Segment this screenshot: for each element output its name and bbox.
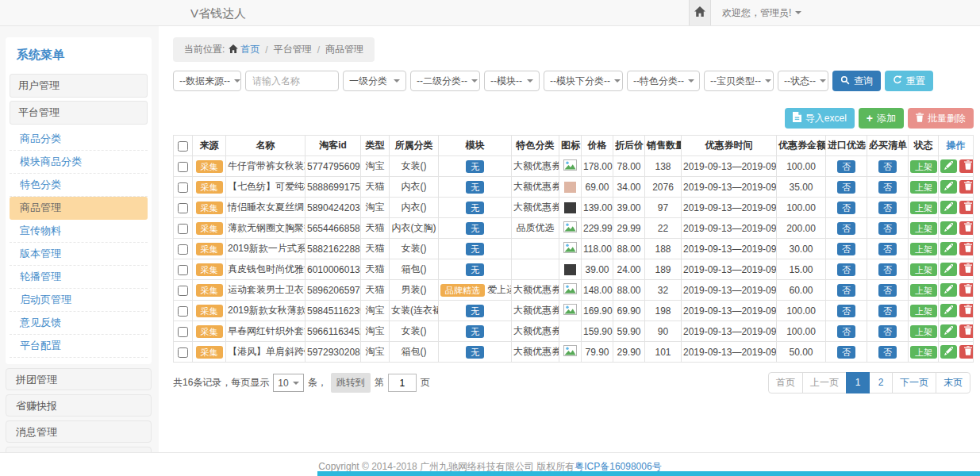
edit-button[interactable] xyxy=(940,242,957,255)
row-checkbox[interactable] xyxy=(178,244,188,255)
add-button[interactable]: + 添加 xyxy=(859,108,904,129)
name-search-input[interactable] xyxy=(245,71,339,91)
status-badge[interactable]: 上架 xyxy=(910,222,937,235)
per-page-select[interactable]: 10 xyxy=(273,374,303,392)
imported-toggle-badge[interactable]: 否 xyxy=(837,305,855,317)
page-button-2[interactable]: 2 xyxy=(869,372,893,393)
imported-toggle-badge[interactable]: 否 xyxy=(837,160,855,173)
icp-link[interactable]: 粤ICP备16098006号 xyxy=(575,461,661,472)
status-badge[interactable]: 上架 xyxy=(910,243,937,255)
delete-button[interactable] xyxy=(959,221,974,235)
filter-select[interactable]: --模块-- xyxy=(484,71,540,91)
delete-button[interactable] xyxy=(959,304,974,317)
filter-select[interactable]: --数据来源-- xyxy=(173,71,241,91)
must-buy-toggle-badge[interactable]: 否 xyxy=(878,181,897,194)
status-badge[interactable]: 上架 xyxy=(910,263,937,276)
row-checkbox[interactable] xyxy=(178,162,188,172)
status-badge[interactable]: 上架 xyxy=(910,202,937,214)
delete-button[interactable] xyxy=(959,242,974,255)
sidebar-item-sub[interactable]: 版本管理 xyxy=(10,243,148,266)
delete-button[interactable] xyxy=(959,263,974,276)
sidebar-section-item[interactable]: 省赚快报 xyxy=(6,394,152,416)
imported-toggle-badge[interactable]: 否 xyxy=(837,263,855,276)
import-excel-button[interactable]: 导入excel xyxy=(785,108,855,129)
row-checkbox[interactable] xyxy=(178,265,188,275)
imported-toggle-badge[interactable]: 否 xyxy=(837,181,855,194)
status-badge[interactable]: 上架 xyxy=(910,325,937,338)
row-checkbox[interactable] xyxy=(178,347,188,358)
delete-button[interactable] xyxy=(959,159,974,173)
imported-toggle-badge[interactable]: 否 xyxy=(837,243,855,255)
status-badge[interactable]: 上架 xyxy=(910,346,937,359)
status-badge[interactable]: 上架 xyxy=(910,284,937,297)
filter-select[interactable]: --模块下分类-- xyxy=(544,71,623,91)
delete-button[interactable] xyxy=(959,180,974,194)
page-button-1[interactable]: 1 xyxy=(846,372,870,393)
breadcrumb-link[interactable]: 首页 xyxy=(229,43,259,56)
edit-button[interactable] xyxy=(940,304,957,317)
edit-button[interactable] xyxy=(940,221,957,235)
reset-button[interactable]: 重置 xyxy=(885,71,933,91)
edit-button[interactable] xyxy=(940,159,957,173)
delete-button[interactable] xyxy=(959,201,974,214)
sidebar-item-sub[interactable]: 模块商品分类 xyxy=(10,151,148,174)
imported-toggle-badge[interactable]: 否 xyxy=(837,284,855,297)
sidebar-item-sub[interactable]: 启动页管理 xyxy=(10,289,148,312)
row-checkbox[interactable] xyxy=(178,224,188,234)
jump-page-input[interactable] xyxy=(388,374,417,392)
row-checkbox[interactable] xyxy=(178,286,188,296)
must-buy-toggle-badge[interactable]: 否 xyxy=(878,160,897,173)
delete-button[interactable] xyxy=(959,324,974,338)
must-buy-toggle-badge[interactable]: 否 xyxy=(878,202,897,214)
sidebar-item-sub[interactable]: 轮播管理 xyxy=(10,266,148,289)
imported-toggle-badge[interactable]: 否 xyxy=(837,325,855,338)
edit-button[interactable] xyxy=(940,324,957,338)
row-checkbox[interactable] xyxy=(178,182,188,193)
sidebar-item-sub[interactable]: 平台配置 xyxy=(10,335,148,358)
sidebar-section-item[interactable]: 消息管理 xyxy=(6,420,152,443)
must-buy-toggle-badge[interactable]: 否 xyxy=(878,263,897,276)
select-all-checkbox[interactable] xyxy=(178,141,188,152)
imported-toggle-badge[interactable]: 否 xyxy=(837,222,855,235)
imported-toggle-badge[interactable]: 否 xyxy=(837,202,855,214)
filter-select[interactable]: --状态-- xyxy=(778,71,828,91)
row-checkbox[interactable] xyxy=(178,327,188,337)
delete-button[interactable] xyxy=(959,345,974,359)
filter-select[interactable]: --特色分类-- xyxy=(627,71,700,91)
must-buy-toggle-badge[interactable]: 否 xyxy=(878,305,897,317)
status-badge[interactable]: 上架 xyxy=(910,181,937,194)
page-button-下一页[interactable]: 下一页 xyxy=(892,372,936,393)
status-badge[interactable]: 上架 xyxy=(910,305,937,317)
sidebar-section-item[interactable]: 用户管理 xyxy=(10,74,148,98)
sidebar-item-sub[interactable]: 意见反馈 xyxy=(10,312,148,335)
sidebar-item-sub[interactable]: 宣传物料 xyxy=(10,220,148,243)
home-button[interactable] xyxy=(689,0,711,25)
must-buy-toggle-badge[interactable]: 否 xyxy=(878,325,897,338)
user-menu[interactable]: 欢迎您，管理员! xyxy=(722,6,801,20)
sidebar-item-active[interactable]: 商品管理 xyxy=(10,197,148,220)
status-badge[interactable]: 上架 xyxy=(910,160,937,173)
sidebar-section-item[interactable]: 订单管理 xyxy=(6,447,152,452)
edit-button[interactable] xyxy=(940,201,957,214)
sidebar-item-sub[interactable]: 特色分类 xyxy=(10,174,148,197)
sidebar-section-item[interactable]: 拼团管理 xyxy=(6,368,152,390)
sidebar-item-sub[interactable]: 商品分类 xyxy=(10,128,148,151)
batch-delete-button[interactable]: 批量删除 xyxy=(908,108,974,129)
row-checkbox[interactable] xyxy=(178,203,188,213)
edit-button[interactable] xyxy=(940,345,957,359)
delete-button[interactable] xyxy=(959,283,974,297)
imported-toggle-badge[interactable]: 否 xyxy=(837,346,855,359)
jump-button[interactable]: 跳转到 xyxy=(331,373,371,393)
edit-button[interactable] xyxy=(940,283,957,297)
filter-select[interactable]: --二级分类-- xyxy=(410,71,480,91)
must-buy-toggle-badge[interactable]: 否 xyxy=(878,222,897,235)
must-buy-toggle-badge[interactable]: 否 xyxy=(878,284,897,297)
filter-select[interactable]: 一级分类 xyxy=(343,71,406,91)
must-buy-toggle-badge[interactable]: 否 xyxy=(878,243,897,255)
row-checkbox[interactable] xyxy=(178,306,188,317)
sidebar-section-item[interactable]: 平台管理 xyxy=(10,101,148,125)
edit-button[interactable] xyxy=(940,263,957,276)
filter-select[interactable]: --宝贝类型-- xyxy=(704,71,774,91)
search-button[interactable]: 查询 xyxy=(832,71,881,91)
page-button-末页[interactable]: 末页 xyxy=(936,372,970,393)
